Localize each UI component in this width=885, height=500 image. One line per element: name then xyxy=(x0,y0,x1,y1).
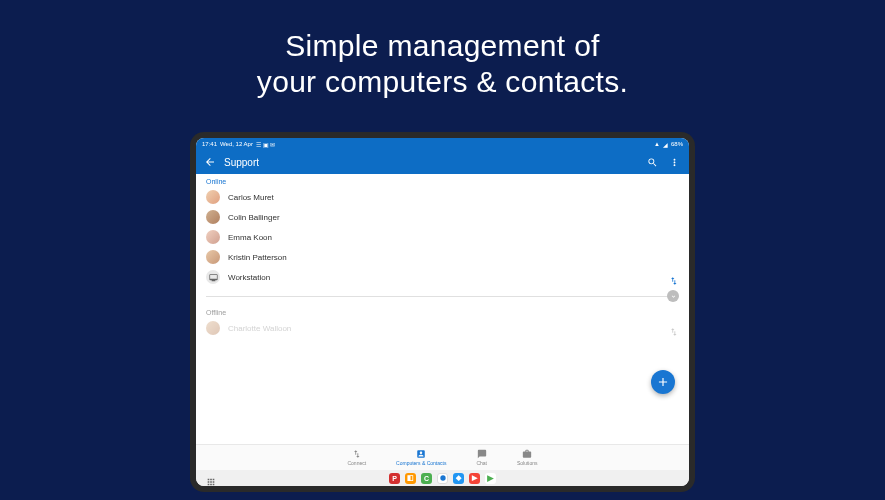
app-bar: Support xyxy=(196,150,689,174)
dock-app-icon[interactable]: P xyxy=(389,473,400,484)
back-icon[interactable] xyxy=(204,156,216,168)
list-item[interactable]: Emma Koon xyxy=(196,227,689,247)
section-label-offline: Offline xyxy=(196,305,689,318)
contact-name: Charlotte Walloon xyxy=(228,324,669,333)
nav-label: Solutions xyxy=(517,460,538,466)
dock-play-store-icon[interactable] xyxy=(485,473,496,484)
wifi-icon: ▲ xyxy=(654,141,660,147)
dock-app-icon[interactable] xyxy=(437,473,448,484)
nav-item-computers-contacts[interactable]: Computers & Contacts xyxy=(396,449,446,466)
nav-item-connect[interactable]: Connect xyxy=(347,449,366,466)
solutions-icon xyxy=(522,449,532,459)
contact-name: Carlos Muret xyxy=(228,193,679,202)
avatar xyxy=(206,250,220,264)
avatar xyxy=(206,230,220,244)
nav-item-solutions[interactable]: Solutions xyxy=(517,449,538,466)
divider-line xyxy=(206,296,679,297)
avatar xyxy=(206,321,220,335)
monitor-icon xyxy=(206,270,220,284)
bottom-nav: Connect Computers & Contacts Chat Soluti… xyxy=(196,444,689,470)
section-label-online: Online xyxy=(196,174,689,187)
contacts-icon xyxy=(416,449,426,459)
dock-app-icon[interactable]: C xyxy=(421,473,432,484)
avatar xyxy=(206,190,220,204)
nav-label: Connect xyxy=(347,460,366,466)
nav-label: Chat xyxy=(476,460,487,466)
more-icon[interactable] xyxy=(667,155,681,169)
add-fab-button[interactable] xyxy=(651,370,675,394)
dock-app-icon[interactable]: ▶ xyxy=(469,473,480,484)
section-divider xyxy=(196,287,689,305)
battery-text: 68% xyxy=(671,141,683,147)
svg-point-0 xyxy=(440,475,445,480)
nav-label: Computers & Contacts xyxy=(396,460,446,466)
list-item[interactable]: Workstation xyxy=(196,267,689,287)
avatar xyxy=(206,210,220,224)
contact-name: Emma Koon xyxy=(228,233,679,242)
tablet-device-frame: 17:41 Wed, 12 Apr ☰ ▣ ✉ ▲ ◢ 68% Support xyxy=(190,132,695,492)
contact-name: Workstation xyxy=(228,273,669,282)
list-item[interactable]: Charlotte Walloon xyxy=(196,318,689,338)
dock-app-icon[interactable]: ◆ xyxy=(453,473,464,484)
signal-icon: ◢ xyxy=(663,141,668,148)
dock-app-icon[interactable]: ◧ xyxy=(405,473,416,484)
contact-name: Colin Ballinger xyxy=(228,213,679,222)
status-date: Wed, 12 Apr xyxy=(220,141,253,147)
headline-line-1: Simple management of xyxy=(0,28,885,64)
notification-icon: ☰ ▣ ✉ xyxy=(256,141,275,148)
list-item[interactable]: Colin Ballinger xyxy=(196,207,689,227)
contacts-content: Online Carlos Muret Colin Ballinger Emma… xyxy=(196,174,689,444)
android-system-nav: P ◧ C ◆ ▶ xyxy=(196,470,689,486)
tablet-screen: 17:41 Wed, 12 Apr ☰ ▣ ✉ ▲ ◢ 68% Support xyxy=(196,138,689,486)
scroll-indicator-icon xyxy=(667,290,679,302)
android-status-bar: 17:41 Wed, 12 Apr ☰ ▣ ✉ ▲ ◢ 68% xyxy=(196,138,689,150)
page-title: Support xyxy=(224,157,637,168)
headline-line-2: your computers & contacts. xyxy=(0,64,885,100)
list-item[interactable]: Kristin Patterson xyxy=(196,247,689,267)
connect-icon xyxy=(352,449,362,459)
connect-arrows-icon[interactable] xyxy=(669,323,679,333)
chat-icon xyxy=(477,449,487,459)
connect-arrows-icon[interactable] xyxy=(669,272,679,282)
search-icon[interactable] xyxy=(645,155,659,169)
apps-grid-icon[interactable] xyxy=(206,473,216,483)
contact-name: Kristin Patterson xyxy=(228,253,679,262)
status-time: 17:41 xyxy=(202,141,217,147)
nav-item-chat[interactable]: Chat xyxy=(476,449,487,466)
list-item[interactable]: Carlos Muret xyxy=(196,187,689,207)
marketing-headline: Simple management of your computers & co… xyxy=(0,0,885,100)
